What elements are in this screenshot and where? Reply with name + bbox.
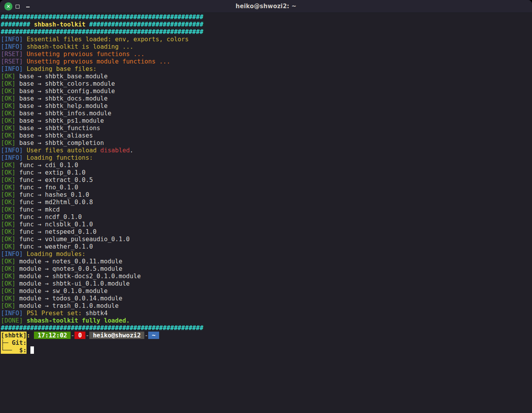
text-segment: [RSET] (1, 50, 23, 58)
log-line: [INFO] PS1 Preset set: shbtk4 (1, 309, 532, 317)
text-segment: [OK] (1, 221, 16, 228)
text-segment: func → weather_0.1.0 (16, 243, 93, 250)
text-segment: [OK] (1, 265, 16, 272)
text-segment: func → cdi_0.1.0 (16, 161, 78, 169)
log-line: [RSET] Unsetting previous module functio… (1, 58, 532, 65)
text-segment: [OK] (1, 228, 16, 235)
log-line: [OK] base → shbtk_colors.module (1, 80, 532, 87)
text-segment: [OK] (1, 280, 16, 287)
text-segment: [OK] (1, 213, 16, 221)
text-segment: [INFO] (1, 146, 23, 154)
text-segment: func → extip_0.1.0 (16, 169, 85, 176)
prompt-line-1: [shbtk]: 17:12:02 - 0 - heiko@shwozi2 - … (1, 332, 532, 339)
text-segment (30, 21, 34, 28)
log-line: [OK] func → ncdf_0.1.0 (1, 213, 532, 221)
text-segment: shbash-toolkit (34, 21, 85, 28)
log-line: [OK] base → shbtk_functions (1, 124, 532, 132)
text-segment (23, 317, 27, 324)
banner-line: ########################################… (1, 13, 532, 21)
terminal-output[interactable]: ########################################… (0, 13, 532, 413)
text-segment: [OK] (1, 206, 16, 213)
log-line: [OK] base → shbtk_config.module (1, 87, 532, 95)
text-segment: [INFO] (1, 154, 23, 161)
text-segment: PS1 Preset set: (27, 309, 82, 317)
text-segment: module → sw_0.1.0.module (16, 287, 108, 295)
log-line: [OK] func → fno_0.1.0 (1, 184, 532, 191)
text-segment: base → shbtk_completion (16, 139, 104, 146)
text-segment: [INFO] (1, 43, 23, 50)
log-line: [INFO] Loading modules: (1, 250, 532, 258)
text-segment: [OK] (1, 258, 16, 265)
log-line: [OK] module → todos_0.0.14.module (1, 295, 532, 302)
text-segment (23, 154, 27, 161)
text-segment: base → shbtk_config.module (16, 87, 115, 95)
text-segment: ########################################… (1, 28, 203, 35)
text-segment: module → notes_0.0.11.module (16, 258, 122, 265)
prompt-shbtk-badge: [shbtk] (1, 332, 27, 339)
text-segment: Loading base files: (27, 65, 96, 72)
text-segment: - (85, 332, 89, 339)
prompt-line-2: ├─ Git: (1, 339, 532, 346)
text-segment: [OK] (1, 132, 16, 139)
log-line: [OK] base → shbtk_infos.module (1, 109, 532, 117)
text-segment: base → shbtk_aliases (16, 132, 93, 139)
text-segment: base → shbtk_ps1.module (16, 117, 104, 124)
prompt-cwd-badge: ~ (148, 332, 159, 339)
text-segment: module → shbtk-ui_0.1.0.module (16, 280, 130, 287)
text-segment: base → shbtk_functions (16, 124, 100, 132)
text-segment: func → nclsblk_0.1.0 (16, 221, 93, 228)
text-segment: [OK] (1, 302, 16, 309)
text-segment (27, 346, 30, 354)
text-segment: func → mkcd (16, 206, 60, 213)
text-segment: [OK] (1, 287, 16, 295)
text-segment: module → shbtk-docs2_0.1.0.module (16, 272, 141, 280)
log-line: [DONE] shbash-toolkit fully loaded. (1, 317, 532, 324)
text-segment: ######## (1, 21, 30, 28)
text-segment (23, 58, 27, 65)
text-segment: - (71, 332, 74, 339)
text-segment: ############################### (89, 21, 204, 28)
text-segment: [OK] (1, 235, 16, 243)
text-segment: [OK] (1, 161, 16, 169)
log-line: [OK] module → trash_0.1.0.module (1, 302, 532, 309)
text-segment: [INFO] (1, 35, 23, 43)
banner-line: ########################################… (1, 324, 532, 332)
text-segment (23, 35, 27, 43)
text-segment: [OK] (1, 272, 16, 280)
text-segment: [DONE] (1, 317, 23, 324)
text-segment: [OK] (1, 169, 16, 176)
text-segment: [OK] (1, 117, 16, 124)
text-segment: [OK] (1, 102, 16, 109)
prompt-git-badge: ├─ Git: (1, 339, 27, 346)
text-segment (23, 65, 27, 72)
text-segment: [OK] (1, 80, 16, 87)
log-line: [OK] func → netspeed_0.1.0 (1, 228, 532, 235)
text-segment: base → shbtk_base.module (16, 72, 108, 80)
log-line: [INFO] shbash-toolkit is loading ... (1, 43, 532, 50)
log-line: [OK] func → cdi_0.1.0 (1, 161, 532, 169)
log-line: [OK] func → mkcd (1, 206, 532, 213)
log-line: [INFO] Essential files loaded: env, expo… (1, 35, 532, 43)
text-segment: Essential files loaded: env, exports, co… (27, 35, 189, 43)
window-title: heiko@shwozi2: ~ (0, 0, 532, 12)
log-line: [OK] func → extip_0.1.0 (1, 169, 532, 176)
text-segment: User files autoload (27, 146, 100, 154)
text-segment (30, 332, 34, 339)
text-segment: [RSET] (1, 58, 23, 65)
text-segment: : (27, 332, 30, 339)
prompt-userhost-badge: heiko@shwozi2 (89, 332, 145, 339)
text-segment: [OK] (1, 176, 16, 184)
banner-title-line: ######## shbash-toolkit ################… (1, 21, 532, 28)
text-segment: Loading functions: (27, 154, 93, 161)
text-segment: [INFO] (1, 309, 23, 317)
prompt-dollar-badge: └── $: (1, 346, 27, 354)
text-segment: func → extract_0.0.5 (16, 176, 93, 184)
text-segment: func → volume_pulseaudio_0.1.0 (16, 235, 130, 243)
log-line: [OK] module → shbtk-docs2_0.1.0.module (1, 272, 532, 280)
text-segment: [OK] (1, 72, 16, 80)
prompt-line-3: └── $: (1, 346, 532, 354)
log-line: [INFO] User files autoload disabled. (1, 146, 532, 154)
log-line: [OK] base → shbtk_docs.module (1, 95, 532, 102)
text-segment (23, 43, 27, 50)
text-segment: module → trash_0.1.0.module (16, 302, 119, 309)
